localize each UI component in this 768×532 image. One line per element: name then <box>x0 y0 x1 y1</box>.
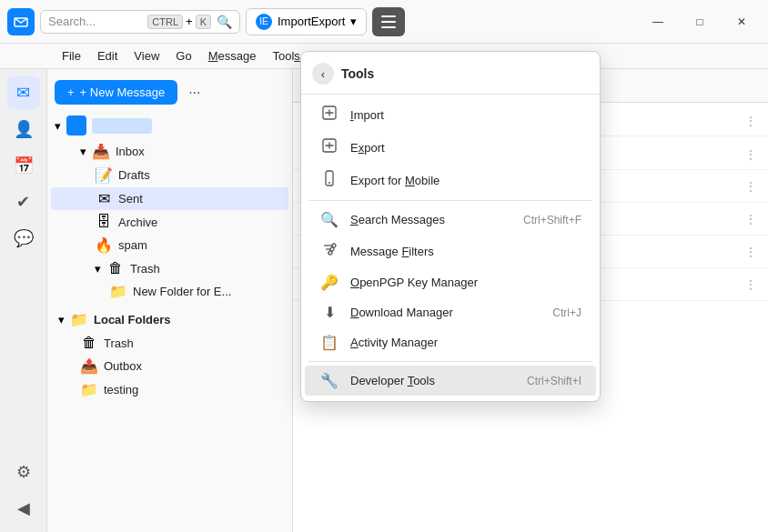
developer-tools-shortcut: Ctrl+Shift+I <box>527 375 581 387</box>
sidebar-icon-address[interactable]: 👤 <box>7 113 40 146</box>
message-meta: ⋮ <box>744 212 757 226</box>
sidebar-icon-calendar[interactable]: 📅 <box>7 149 40 182</box>
maximize-button[interactable]: □ <box>681 7 719 36</box>
message-more-button[interactable]: ⋮ <box>744 245 757 259</box>
openpgp-icon: 🔑 <box>319 274 339 291</box>
import-export-label: ImportExport <box>278 15 345 28</box>
folder-local-folders[interactable]: ▾ 📁 Local Folders <box>51 308 288 331</box>
folder-spam[interactable]: 🔥 spam <box>51 234 288 256</box>
import-icon <box>319 105 339 125</box>
account-name <box>92 118 152 134</box>
message-more-button[interactable]: ⋮ <box>744 212 757 226</box>
import-export-button[interactable]: IE ImportExport ▾ <box>246 8 367 35</box>
new-message-plus-icon: + <box>67 85 75 99</box>
folder-drafts[interactable]: 📝 Drafts <box>51 164 288 186</box>
export-mobile-icon <box>319 170 339 190</box>
folder-sent[interactable]: ✉ Sent <box>51 187 288 210</box>
svg-rect-3 <box>381 21 396 23</box>
message-filters-icon <box>319 241 339 261</box>
download-manager-icon: ⬇ <box>319 304 339 321</box>
tool-openpgp[interactable]: 🔑 OpenPGP Key Manager <box>305 267 596 297</box>
new-folder-icon: 📁 <box>109 283 127 300</box>
sidebar-icon-chat[interactable]: 💬 <box>7 222 40 255</box>
account-avatar <box>66 115 86 136</box>
spam-icon: 🔥 <box>95 236 113 254</box>
folder-archive[interactable]: 🗄 Archive <box>51 211 288 233</box>
new-message-label: + New Message <box>80 85 166 99</box>
tool-developer-tools[interactable]: 🔧 Developer Tools Ctrl+Shift+I <box>305 366 596 396</box>
dropdown-arrow-icon: ▾ <box>350 15 357 28</box>
developer-tools-label: Developer Tools <box>350 374 516 387</box>
new-folder-label: New Folder for E... <box>133 285 231 298</box>
message-meta: ⋮ <box>744 245 757 259</box>
menu-edit[interactable]: Edit <box>90 46 125 65</box>
sidebar-icons: ✉ 👤 📅 ✔ 💬 ⚙ ◀ <box>0 69 47 532</box>
folder-trash[interactable]: ▾ 🗑 Trash <box>51 257 288 279</box>
search-icon[interactable]: 🔍 <box>217 15 232 29</box>
drafts-label: Drafts <box>118 168 150 182</box>
tool-export-mobile[interactable]: Export for Mobile <box>305 164 596 196</box>
message-meta: ⋮ <box>744 179 757 194</box>
svg-point-12 <box>332 244 336 247</box>
trash-icon: 🗑 <box>106 260 125 276</box>
message-more-button[interactable]: ⋮ <box>744 179 757 194</box>
minimize-button[interactable]: — <box>639 7 677 36</box>
close-button[interactable]: ✕ <box>723 7 761 36</box>
folder-tree: + + New Message ··· ▾ ▾ 📥 Inbox 📝 Drafts <box>47 69 293 532</box>
inbox-icon: 📥 <box>92 143 110 160</box>
tool-download-manager[interactable]: ⬇ Download Manager Ctrl+J <box>305 297 596 327</box>
folder-outbox[interactable]: 📤 Outbox <box>51 355 288 377</box>
sidebar-icon-mail[interactable]: ✉ <box>7 76 40 109</box>
menu-view[interactable]: View <box>126 46 167 65</box>
folder-local-trash[interactable]: 🗑 Trash <box>51 332 288 354</box>
folder-new-folder[interactable]: 📁 New Folder for E... <box>51 280 288 303</box>
import-label: Import <box>350 108 581 122</box>
menu-go[interactable]: Go <box>168 46 198 65</box>
local-folders-chevron-icon: ▾ <box>58 313 65 326</box>
search-bar[interactable]: Search... CTRL + K 🔍 <box>40 10 240 34</box>
tools-dropdown: ‹ Tools Import Export <box>300 69 601 402</box>
tools-title: Tools <box>341 69 374 81</box>
archive-icon: 🗄 <box>95 214 113 230</box>
svg-point-13 <box>330 247 334 251</box>
testing-icon: 📁 <box>80 381 98 398</box>
tool-export[interactable]: Export <box>305 131 596 164</box>
tool-import[interactable]: Import <box>305 98 596 131</box>
account-chevron-icon: ▾ <box>55 119 61 133</box>
svg-rect-4 <box>381 26 396 28</box>
message-filters-label: Message Filters <box>350 245 581 258</box>
tool-search-messages[interactable]: 🔍 Search Messages Ctrl+Shift+F <box>305 205 596 235</box>
hamburger-button[interactable] <box>372 7 405 36</box>
main-area: ✉ 👤 📅 ✔ 💬 ⚙ ◀ + + New Message ··· ▾ <box>0 69 768 532</box>
sidebar-icon-tasks[interactable]: ✔ <box>7 186 40 218</box>
message-more-button[interactable]: ⋮ <box>744 277 757 292</box>
message-meta: ⋮ <box>744 110 757 128</box>
inbox-chevron-icon: ▾ <box>80 145 86 158</box>
sent-label: Sent <box>118 192 143 206</box>
outbox-label: Outbox <box>104 359 142 373</box>
drafts-icon: 📝 <box>95 166 113 184</box>
tool-message-filters[interactable]: Message Filters <box>305 235 596 267</box>
sidebar-icon-settings[interactable]: ⚙ <box>7 456 40 488</box>
tools-header: ‹ Tools <box>301 69 600 95</box>
message-more-button[interactable]: ⋮ <box>744 147 757 162</box>
folder-inbox[interactable]: ▾ 📥 Inbox <box>51 140 288 163</box>
tools-back-button[interactable]: ‹ <box>312 69 334 85</box>
ctrl-key: CTRL <box>147 15 183 29</box>
message-meta: ⋮ <box>744 144 757 162</box>
tool-activity-manager[interactable]: 📋 Activity Manager <box>305 327 596 357</box>
folder-testing[interactable]: 📁 testing <box>51 378 288 401</box>
search-placeholder: Search... <box>48 15 96 28</box>
message-more-button[interactable]: ⋮ <box>744 114 757 128</box>
testing-label: testing <box>104 383 138 396</box>
menu-file[interactable]: File <box>55 46 88 65</box>
inbox-label: Inbox <box>116 145 145 158</box>
new-message-button[interactable]: + + New Message <box>55 80 177 105</box>
sidebar-icon-collapse[interactable]: ◀ <box>7 492 40 525</box>
more-options-button[interactable]: ··· <box>183 81 206 105</box>
activity-manager-label: Activity Manager <box>350 336 581 349</box>
openpgp-label: OpenPGP Key Manager <box>350 276 581 289</box>
account-row[interactable]: ▾ <box>47 112 292 139</box>
menu-message[interactable]: Message <box>201 46 264 65</box>
title-bar: Search... CTRL + K 🔍 IE ImportExport ▾ —… <box>0 0 768 44</box>
